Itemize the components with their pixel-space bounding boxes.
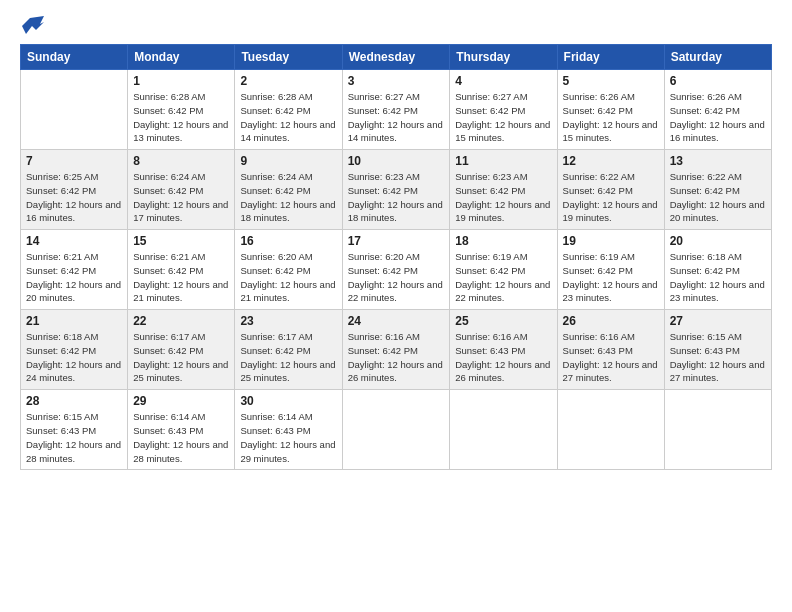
day-number: 16	[240, 234, 336, 248]
day-info: Sunrise: 6:22 AMSunset: 6:42 PMDaylight:…	[563, 170, 659, 225]
week-row-3: 14Sunrise: 6:21 AMSunset: 6:42 PMDayligh…	[21, 230, 772, 310]
svg-marker-0	[22, 16, 44, 34]
day-number: 6	[670, 74, 766, 88]
day-number: 29	[133, 394, 229, 408]
day-info: Sunrise: 6:17 AMSunset: 6:42 PMDaylight:…	[240, 330, 336, 385]
page: SundayMondayTuesdayWednesdayThursdayFrid…	[0, 0, 792, 612]
day-info: Sunrise: 6:18 AMSunset: 6:42 PMDaylight:…	[26, 330, 122, 385]
calendar-cell: 19Sunrise: 6:19 AMSunset: 6:42 PMDayligh…	[557, 230, 664, 310]
day-info: Sunrise: 6:26 AMSunset: 6:42 PMDaylight:…	[563, 90, 659, 145]
day-info: Sunrise: 6:20 AMSunset: 6:42 PMDaylight:…	[348, 250, 445, 305]
calendar-cell: 1Sunrise: 6:28 AMSunset: 6:42 PMDaylight…	[128, 70, 235, 150]
day-info: Sunrise: 6:24 AMSunset: 6:42 PMDaylight:…	[240, 170, 336, 225]
logo	[20, 16, 44, 34]
calendar-cell	[21, 70, 128, 150]
day-number: 4	[455, 74, 551, 88]
day-info: Sunrise: 6:23 AMSunset: 6:42 PMDaylight:…	[455, 170, 551, 225]
day-info: Sunrise: 6:20 AMSunset: 6:42 PMDaylight:…	[240, 250, 336, 305]
calendar-cell: 20Sunrise: 6:18 AMSunset: 6:42 PMDayligh…	[664, 230, 771, 310]
day-info: Sunrise: 6:21 AMSunset: 6:42 PMDaylight:…	[133, 250, 229, 305]
calendar-cell	[664, 390, 771, 470]
col-header-wednesday: Wednesday	[342, 45, 450, 70]
calendar-cell: 16Sunrise: 6:20 AMSunset: 6:42 PMDayligh…	[235, 230, 342, 310]
day-number: 30	[240, 394, 336, 408]
calendar-cell: 21Sunrise: 6:18 AMSunset: 6:42 PMDayligh…	[21, 310, 128, 390]
calendar-cell: 23Sunrise: 6:17 AMSunset: 6:42 PMDayligh…	[235, 310, 342, 390]
col-header-friday: Friday	[557, 45, 664, 70]
calendar-cell: 25Sunrise: 6:16 AMSunset: 6:43 PMDayligh…	[450, 310, 557, 390]
calendar-header-row: SundayMondayTuesdayWednesdayThursdayFrid…	[21, 45, 772, 70]
day-number: 11	[455, 154, 551, 168]
day-number: 3	[348, 74, 445, 88]
calendar-cell: 10Sunrise: 6:23 AMSunset: 6:42 PMDayligh…	[342, 150, 450, 230]
calendar-cell: 6Sunrise: 6:26 AMSunset: 6:42 PMDaylight…	[664, 70, 771, 150]
calendar-cell: 26Sunrise: 6:16 AMSunset: 6:43 PMDayligh…	[557, 310, 664, 390]
day-info: Sunrise: 6:16 AMSunset: 6:42 PMDaylight:…	[348, 330, 445, 385]
calendar-cell: 5Sunrise: 6:26 AMSunset: 6:42 PMDaylight…	[557, 70, 664, 150]
calendar-cell: 28Sunrise: 6:15 AMSunset: 6:43 PMDayligh…	[21, 390, 128, 470]
calendar-cell: 4Sunrise: 6:27 AMSunset: 6:42 PMDaylight…	[450, 70, 557, 150]
day-number: 7	[26, 154, 122, 168]
calendar-cell: 2Sunrise: 6:28 AMSunset: 6:42 PMDaylight…	[235, 70, 342, 150]
day-number: 15	[133, 234, 229, 248]
day-number: 22	[133, 314, 229, 328]
col-header-sunday: Sunday	[21, 45, 128, 70]
day-info: Sunrise: 6:14 AMSunset: 6:43 PMDaylight:…	[133, 410, 229, 465]
col-header-saturday: Saturday	[664, 45, 771, 70]
col-header-tuesday: Tuesday	[235, 45, 342, 70]
calendar-cell	[557, 390, 664, 470]
day-number: 8	[133, 154, 229, 168]
calendar-cell: 13Sunrise: 6:22 AMSunset: 6:42 PMDayligh…	[664, 150, 771, 230]
day-info: Sunrise: 6:19 AMSunset: 6:42 PMDaylight:…	[563, 250, 659, 305]
calendar-cell: 9Sunrise: 6:24 AMSunset: 6:42 PMDaylight…	[235, 150, 342, 230]
calendar-table: SundayMondayTuesdayWednesdayThursdayFrid…	[20, 44, 772, 470]
day-info: Sunrise: 6:27 AMSunset: 6:42 PMDaylight:…	[348, 90, 445, 145]
day-number: 21	[26, 314, 122, 328]
day-info: Sunrise: 6:28 AMSunset: 6:42 PMDaylight:…	[240, 90, 336, 145]
day-info: Sunrise: 6:17 AMSunset: 6:42 PMDaylight:…	[133, 330, 229, 385]
calendar-cell: 24Sunrise: 6:16 AMSunset: 6:42 PMDayligh…	[342, 310, 450, 390]
calendar-cell: 22Sunrise: 6:17 AMSunset: 6:42 PMDayligh…	[128, 310, 235, 390]
calendar-cell: 17Sunrise: 6:20 AMSunset: 6:42 PMDayligh…	[342, 230, 450, 310]
day-number: 28	[26, 394, 122, 408]
col-header-thursday: Thursday	[450, 45, 557, 70]
col-header-monday: Monday	[128, 45, 235, 70]
day-info: Sunrise: 6:22 AMSunset: 6:42 PMDaylight:…	[670, 170, 766, 225]
calendar-cell	[450, 390, 557, 470]
day-info: Sunrise: 6:18 AMSunset: 6:42 PMDaylight:…	[670, 250, 766, 305]
day-info: Sunrise: 6:25 AMSunset: 6:42 PMDaylight:…	[26, 170, 122, 225]
day-number: 19	[563, 234, 659, 248]
day-number: 24	[348, 314, 445, 328]
week-row-1: 1Sunrise: 6:28 AMSunset: 6:42 PMDaylight…	[21, 70, 772, 150]
day-info: Sunrise: 6:16 AMSunset: 6:43 PMDaylight:…	[455, 330, 551, 385]
day-number: 5	[563, 74, 659, 88]
day-number: 27	[670, 314, 766, 328]
week-row-5: 28Sunrise: 6:15 AMSunset: 6:43 PMDayligh…	[21, 390, 772, 470]
calendar-cell: 15Sunrise: 6:21 AMSunset: 6:42 PMDayligh…	[128, 230, 235, 310]
day-info: Sunrise: 6:15 AMSunset: 6:43 PMDaylight:…	[26, 410, 122, 465]
day-info: Sunrise: 6:15 AMSunset: 6:43 PMDaylight:…	[670, 330, 766, 385]
calendar-cell: 30Sunrise: 6:14 AMSunset: 6:43 PMDayligh…	[235, 390, 342, 470]
calendar-cell: 3Sunrise: 6:27 AMSunset: 6:42 PMDaylight…	[342, 70, 450, 150]
day-info: Sunrise: 6:28 AMSunset: 6:42 PMDaylight:…	[133, 90, 229, 145]
day-number: 20	[670, 234, 766, 248]
day-number: 14	[26, 234, 122, 248]
calendar-cell	[342, 390, 450, 470]
day-number: 18	[455, 234, 551, 248]
day-info: Sunrise: 6:21 AMSunset: 6:42 PMDaylight:…	[26, 250, 122, 305]
day-info: Sunrise: 6:24 AMSunset: 6:42 PMDaylight:…	[133, 170, 229, 225]
day-info: Sunrise: 6:27 AMSunset: 6:42 PMDaylight:…	[455, 90, 551, 145]
calendar-cell: 29Sunrise: 6:14 AMSunset: 6:43 PMDayligh…	[128, 390, 235, 470]
day-info: Sunrise: 6:14 AMSunset: 6:43 PMDaylight:…	[240, 410, 336, 465]
calendar-cell: 8Sunrise: 6:24 AMSunset: 6:42 PMDaylight…	[128, 150, 235, 230]
day-number: 1	[133, 74, 229, 88]
calendar-cell: 12Sunrise: 6:22 AMSunset: 6:42 PMDayligh…	[557, 150, 664, 230]
week-row-4: 21Sunrise: 6:18 AMSunset: 6:42 PMDayligh…	[21, 310, 772, 390]
calendar-cell: 7Sunrise: 6:25 AMSunset: 6:42 PMDaylight…	[21, 150, 128, 230]
day-info: Sunrise: 6:19 AMSunset: 6:42 PMDaylight:…	[455, 250, 551, 305]
day-number: 17	[348, 234, 445, 248]
day-number: 10	[348, 154, 445, 168]
logo-bird-icon	[22, 16, 44, 34]
day-info: Sunrise: 6:16 AMSunset: 6:43 PMDaylight:…	[563, 330, 659, 385]
day-info: Sunrise: 6:23 AMSunset: 6:42 PMDaylight:…	[348, 170, 445, 225]
